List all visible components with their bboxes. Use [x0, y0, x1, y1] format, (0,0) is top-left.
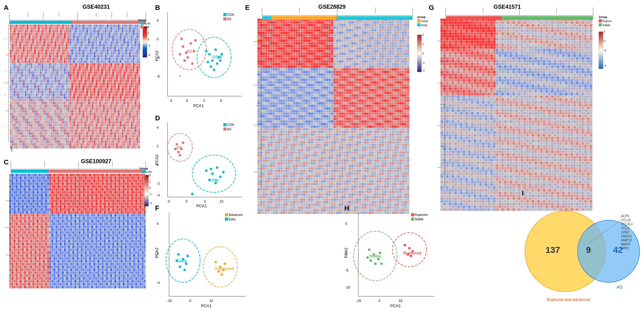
svg-text:4: 4	[157, 222, 159, 226]
svg-text:-4: -4	[148, 53, 150, 56]
svg-point-168	[183, 269, 186, 271]
heatmap-C-xlabels: GSM2696663 GSM2696558 GSM2696542 GSM2696…	[9, 286, 152, 314]
svg-text:10: 10	[399, 299, 402, 303]
svg-point-58	[207, 61, 209, 63]
svg-text:0: 0	[422, 52, 424, 55]
svg-rect-67	[223, 13, 226, 16]
svg-rect-187	[502, 16, 593, 20]
svg-text:Advanced: Advanced	[215, 266, 234, 271]
svg-text:Early: Early	[229, 218, 236, 221]
svg-point-52	[179, 53, 181, 56]
svg-point-164	[177, 253, 180, 256]
svg-text:PCA1: PCA1	[201, 303, 212, 308]
heatmap-E: Group Advanced Early 2 1 0 -1 -2	[245, 4, 428, 209]
svg-text:9: 9	[586, 245, 591, 255]
svg-rect-130	[262, 16, 337, 20]
svg-text:CCL3L3: CCL3L3	[621, 222, 633, 226]
svg-rect-84	[142, 174, 145, 177]
svg-point-51	[194, 39, 197, 42]
svg-text:0: 0	[186, 200, 187, 203]
svg-rect-125	[223, 128, 226, 131]
svg-text:-2: -2	[148, 44, 150, 47]
svg-text:PCA2: PCA2	[155, 248, 159, 258]
svg-point-222	[374, 262, 377, 265]
svg-point-48	[183, 59, 186, 62]
svg-text:5: 5	[204, 200, 206, 203]
svg-rect-23	[141, 22, 144, 25]
svg-text:2: 2	[604, 30, 605, 33]
pca-F: 4 0 -4 -10 0 10 PCA1 PCA2 Early Advanced…	[155, 209, 248, 315]
svg-text:Stable: Stable	[602, 24, 610, 27]
svg-text:GSM: GSM	[11, 146, 13, 151]
svg-text:-5: -5	[345, 268, 348, 272]
svg-text:2: 2	[157, 144, 159, 148]
svg-rect-75	[48, 170, 146, 173]
svg-text:1: 1	[422, 43, 424, 46]
svg-text:3: 3	[149, 174, 151, 177]
svg-text:-10: -10	[345, 285, 350, 289]
svg-text:CON: CON	[227, 123, 234, 127]
svg-point-108	[177, 151, 180, 153]
svg-text:0: 0	[604, 39, 605, 43]
svg-text:0: 0	[148, 38, 149, 41]
svg-text:-4: -4	[157, 281, 160, 285]
svg-point-47	[186, 56, 189, 59]
svg-text:10: 10	[209, 299, 213, 303]
svg-text:-5: -5	[167, 200, 170, 203]
svg-text:CCL4: CCL4	[621, 227, 629, 230]
svg-text:CD53: CD53	[621, 231, 629, 234]
panel-title-A: GSE40231	[47, 4, 146, 10]
svg-point-225	[366, 256, 369, 259]
svg-rect-134	[417, 19, 420, 22]
svg-point-111	[179, 154, 181, 156]
svg-point-49	[191, 62, 194, 65]
svg-rect-191	[599, 23, 602, 26]
svg-text:AS: AS	[186, 49, 192, 54]
svg-text:-10: -10	[167, 299, 172, 303]
svg-text:ACP5: ACP5	[621, 214, 629, 218]
svg-point-55	[211, 59, 214, 62]
svg-point-60	[216, 62, 218, 65]
svg-text:AS: AS	[227, 128, 231, 131]
svg-text:137: 137	[546, 245, 560, 255]
svg-point-219	[368, 249, 370, 251]
svg-point-63	[213, 69, 215, 71]
svg-text:-2: -2	[157, 182, 160, 185]
svg-text:Group: Group	[140, 167, 148, 170]
svg-rect-186	[446, 16, 502, 20]
heatmap-A-canvas	[10, 25, 140, 149]
svg-text:PCA2: PCA2	[155, 155, 159, 165]
svg-text:Group: Group	[138, 19, 146, 22]
svg-text:0: 0	[186, 99, 188, 102]
svg-text:CON: CON	[144, 22, 150, 25]
svg-text:CCL18: CCL18	[621, 218, 631, 222]
heatmap-E-xlabels: GSM710722 GSM710723 GSM710724 GSM710725	[257, 213, 416, 241]
heatmap-C: 3 2 0 -1 -3 CON AS Group	[3, 158, 155, 307]
svg-point-54	[208, 53, 211, 56]
svg-text:3: 3	[203, 99, 205, 102]
svg-rect-189	[599, 19, 602, 22]
svg-text:PCA1: PCA1	[390, 303, 401, 308]
heatmap-G: Group Ruptured Stable 2 0 -2 -3	[429, 4, 612, 209]
svg-text:-3: -3	[604, 64, 606, 67]
svg-text:4: 4	[157, 19, 159, 22]
svg-text:Stable: Stable	[415, 218, 424, 221]
svg-point-114	[216, 166, 218, 169]
svg-text:CON: CON	[209, 178, 218, 182]
svg-text:2: 2	[422, 33, 424, 36]
svg-text:Ruptured: Ruptured	[602, 20, 612, 23]
svg-point-226	[380, 262, 383, 265]
svg-text:0: 0	[149, 186, 151, 189]
svg-point-104	[192, 155, 236, 192]
pca-B: 4 0 -4 -8 -3 0 3 6 PCA1 PCA2 ✦ AS CON CO…	[155, 9, 245, 112]
svg-text:MMP9: MMP9	[621, 243, 630, 246]
svg-rect-76	[144, 175, 149, 206]
svg-text:Group: Group	[599, 16, 607, 19]
svg-point-227	[404, 244, 406, 246]
svg-rect-82	[142, 170, 145, 173]
svg-text:-2: -2	[604, 49, 606, 52]
svg-text:Ruptured: Ruptured	[415, 213, 427, 217]
svg-text:Group: Group	[417, 16, 426, 19]
svg-text:Stable: Stable	[369, 254, 381, 258]
svg-rect-17	[143, 26, 147, 57]
